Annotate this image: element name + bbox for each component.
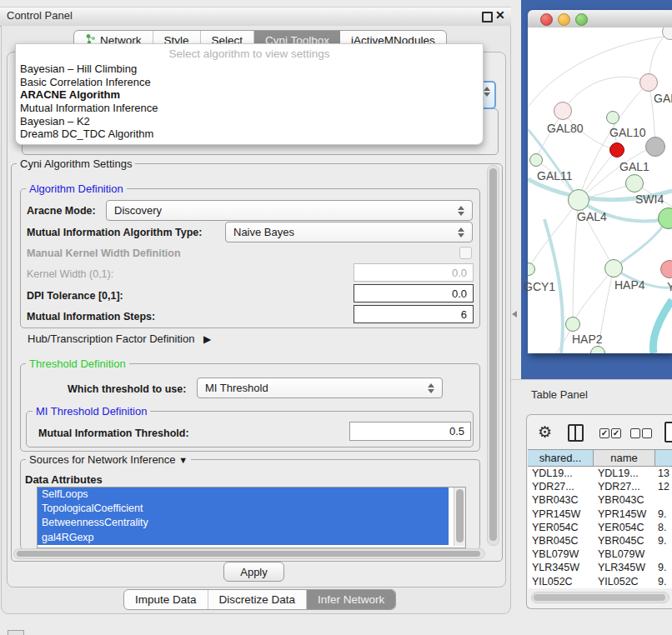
node-label: HAP2 [572,332,603,346]
column-header-shared-name[interactable]: shared... [528,449,594,467]
network-node[interactable] [606,111,619,124]
close-icon[interactable]: ✕ [495,8,505,22]
network-node[interactable] [604,259,623,278]
sources-toggle[interactable]: Sources for Network Inference ▼ [26,453,191,466]
algorithm-definition-title: Algorithm Definition [26,182,127,195]
network-node[interactable] [639,73,658,92]
float-window-icon[interactable] [482,12,493,22]
table-header-row: shared... name [528,449,672,467]
dpi-tolerance-label: DPI Tolerance [0,1]: [27,290,123,302]
tab-infer-network[interactable]: Infer Network [307,590,395,609]
algorithm-option-selected[interactable]: ARACNE Algorithm [16,88,483,102]
table-row[interactable]: YBL079WYBL079W [528,548,672,561]
network-node[interactable] [625,174,644,192]
node-label: SWI4 [635,192,664,206]
tab-impute-data[interactable]: Impute Data [124,590,208,609]
mi-steps-field[interactable]: 6 [354,305,474,323]
mi-threshold-field[interactable]: 0.5 [349,422,471,441]
algorithm-option[interactable]: Dream8 DC_TDC Algorithm [16,128,483,141]
table-row[interactable]: YIL052CYIL052C9. [528,575,672,588]
network-node-highlighted[interactable] [609,142,624,158]
network-node-gray[interactable] [645,137,665,157]
network-node[interactable] [554,102,572,120]
combo-arrows-icon [458,206,464,216]
table-row[interactable]: YER054CYER054C8. [528,521,672,534]
manual-kernel-checkbox[interactable] [459,247,472,259]
mi-threshold-label: Mutual Information Threshold: [38,428,189,439]
table-body: YDL19...YDL19...13 YDR27...YDR27...12 YB… [528,467,672,588]
algorithm-dropdown-placeholder: Select algorithm to view settings [16,44,483,62]
gear-icon[interactable]: ⚙ [538,422,552,442]
network-node[interactable] [565,317,580,332]
network-node[interactable] [568,189,589,211]
apply-button[interactable]: Apply [223,562,284,582]
zoom-traffic-light[interactable] [575,13,588,26]
show-columns-check-icon[interactable]: ✓ [599,428,609,438]
table-row[interactable]: YLR345WYLR345W9. [528,561,672,574]
node-label: GAL80 [547,122,584,135]
settings-vscrollbar-track[interactable] [487,165,499,546]
mi-type-select[interactable]: Naive Bayes [225,222,473,242]
new-table-icon[interactable] [664,422,672,442]
attribute-item[interactable]: BetweennessCentrality [38,516,449,530]
column-browser-icon[interactable] [568,424,584,442]
mi-type-label: Mutual Information Algorithm Type: [27,227,202,238]
column-header-partial[interactable] [655,449,672,467]
tab-discretize-data-label: Discretize Data [219,593,296,606]
attribute-item[interactable]: gal4RGexp [38,531,449,545]
network-window-titlebar[interactable] [528,10,672,28]
tab-impute-data-label: Impute Data [135,593,197,606]
list-scrollbar-thumb[interactable] [456,489,464,542]
network-view[interactable] [528,28,672,353]
splitter-collapse-icon[interactable] [512,311,517,318]
table-row[interactable]: YBR045CYBR045C9. [528,534,672,548]
tab-discretize-data[interactable]: Discretize Data [208,590,308,609]
table-row[interactable]: YDR27...YDR27...12 [528,480,672,493]
node-label: HAP4 [614,278,645,292]
which-threshold-label: Which threshold to use: [68,383,186,395]
algorithm-option[interactable]: Bayesian – Hill Climbing [16,62,483,76]
table-row[interactable]: YBR043CYBR043C [528,493,672,507]
table-hscrollbar-track[interactable] [531,592,669,603]
dpi-tolerance-field[interactable]: 0.0 [354,284,474,302]
network-node[interactable] [529,153,543,167]
settings-vscrollbar-thumb[interactable] [489,168,497,541]
kernel-width-label: Kernel Width (0,1): [27,268,113,280]
mi-steps-label: Mutual Information Steps: [27,311,155,322]
table-hscrollbar-thumb[interactable] [534,594,665,601]
attribute-item[interactable]: TopologicalCoefficient [38,502,449,516]
settings-hscrollbar-track[interactable] [13,548,485,559]
close-traffic-light[interactable] [540,13,553,26]
hub-definition-toggle[interactable]: Hub/Transcription Factor Definition ▶ [28,332,211,345]
column-header-name[interactable]: name [594,449,655,467]
mi-type-value: Naive Bayes [233,226,294,238]
list-scrollbar-track[interactable] [454,488,465,546]
algorithm-option[interactable]: Basic Correlation Inference [16,76,483,89]
threshold-title: Threshold Definition [26,358,129,370]
kernel-width-field[interactable]: 0.0 [354,263,474,282]
collapsed-arrow-icon: ▶ [203,333,211,345]
control-panel-title: Control Panel [7,9,73,22]
node-label: GCY1 [524,280,555,293]
show-columns-check-icon[interactable]: ✓ [611,428,621,438]
expanded-arrow-icon: ▼ [178,455,188,465]
hide-columns-icon[interactable] [642,428,652,438]
table-row[interactable]: YPR145WYPR145W9. [528,508,672,521]
aracne-mode-select[interactable]: Discovery [106,200,473,221]
manual-kernel-label: Manual Kernel Width Definition [27,248,181,259]
node-label: GAL11 [537,169,573,182]
sources-title: Sources for Network Inference [29,453,176,466]
table-row[interactable]: YDL19...YDL19...13 [528,467,672,480]
minimize-traffic-light[interactable] [558,13,570,26]
combo-arrows-icon [458,228,464,238]
data-attributes-label: Data Attributes [25,473,103,486]
minimized-panel-fragment[interactable] [8,630,24,635]
hub-definition-label: Hub/Transcription Factor Definition [28,332,194,345]
attribute-item[interactable]: SelfLoops [38,488,449,502]
algorithm-option[interactable]: Mutual Information Inference [16,102,483,115]
hide-columns-icon[interactable] [630,428,640,438]
node-label: GAL [654,92,672,105]
which-threshold-select[interactable]: MI Threshold [197,378,443,398]
algorithm-option[interactable]: Bayesian – K2 [16,115,483,128]
settings-hscrollbar-thumb[interactable] [17,551,480,557]
